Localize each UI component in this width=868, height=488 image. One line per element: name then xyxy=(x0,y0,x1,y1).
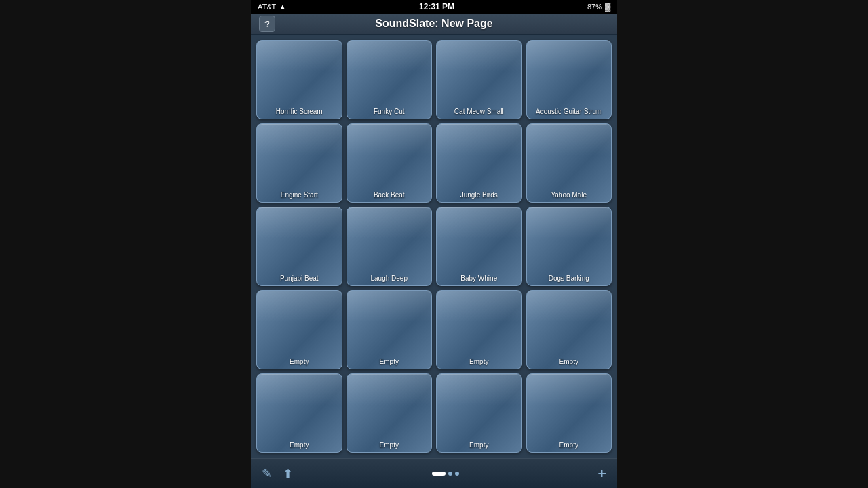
sound-pad-label-16: Empty xyxy=(558,358,580,366)
sound-pad-14[interactable]: Empty xyxy=(347,290,433,369)
sound-pad-label-19: Empty xyxy=(468,441,490,449)
sound-pad-label-17: Empty xyxy=(288,441,310,449)
sound-pad-label-12: Dogs Barking xyxy=(547,274,591,283)
page-dot-3[interactable] xyxy=(455,472,459,476)
sound-pad-5[interactable]: Engine Start xyxy=(256,123,342,203)
sound-pad-13[interactable]: Empty xyxy=(256,290,342,369)
sound-grid: Horrific ScreamFunky CutCat Meow SmallAc… xyxy=(251,35,617,458)
page-indicator xyxy=(432,472,459,476)
sound-pad-9[interactable]: Punjabi Beat xyxy=(256,207,342,286)
sound-pad-label-7: Jungle Birds xyxy=(459,191,499,199)
help-button[interactable]: ? xyxy=(259,16,275,32)
status-bar: AT&T ▲ 12:31 PM 87% ▓ xyxy=(251,0,617,14)
bottom-toolbar: ✎ ⬆ + xyxy=(251,458,617,488)
toolbar-left: ✎ ⬆ xyxy=(262,466,293,481)
page-dot-1[interactable] xyxy=(432,472,446,476)
sound-pad-label-2: Funky Cut xyxy=(372,108,406,116)
sound-pad-label-4: Acoustic Guitar Strum xyxy=(534,108,603,116)
page-title: SoundSlate: New Page xyxy=(375,18,492,30)
status-right: 87% ▓ xyxy=(587,3,610,11)
sound-pad-label-20: Empty xyxy=(558,441,580,449)
status-time: 12:31 PM xyxy=(419,2,454,12)
sound-pad-label-18: Empty xyxy=(378,441,400,449)
sound-pad-3[interactable]: Cat Meow Small xyxy=(436,40,522,119)
battery-label: 87% xyxy=(587,3,602,11)
sound-pad-17[interactable]: Empty xyxy=(256,373,342,453)
sound-pad-15[interactable]: Empty xyxy=(436,290,522,369)
device-frame: AT&T ▲ 12:31 PM 87% ▓ ? SoundSlate: New … xyxy=(251,0,617,488)
sound-pad-20[interactable]: Empty xyxy=(526,373,612,453)
status-left: AT&T ▲ xyxy=(258,3,286,11)
sound-pad-10[interactable]: Laugh Deep xyxy=(347,207,433,286)
share-icon[interactable]: ⬆ xyxy=(283,466,293,481)
sound-pad-2[interactable]: Funky Cut xyxy=(347,40,433,119)
page-dot-2[interactable] xyxy=(448,472,452,476)
sound-pad-label-14: Empty xyxy=(378,358,400,366)
edit-icon[interactable]: ✎ xyxy=(262,466,272,481)
wifi-icon: ▲ xyxy=(279,3,286,11)
battery-icon: ▓ xyxy=(605,3,610,11)
sound-pad-1[interactable]: Horrific Scream xyxy=(256,40,342,119)
sound-pad-11[interactable]: Baby Whine xyxy=(436,207,522,286)
sound-pad-12[interactable]: Dogs Barking xyxy=(526,207,612,286)
sound-pad-label-13: Empty xyxy=(288,358,310,366)
sound-pad-18[interactable]: Empty xyxy=(347,373,433,453)
sound-pad-4[interactable]: Acoustic Guitar Strum xyxy=(526,40,612,119)
sound-pad-6[interactable]: Back Beat xyxy=(347,123,433,203)
header: ? SoundSlate: New Page xyxy=(251,14,617,35)
add-page-button[interactable]: + xyxy=(597,465,606,483)
sound-pad-label-8: Yahoo Male xyxy=(549,191,588,199)
sound-pad-16[interactable]: Empty xyxy=(526,290,612,369)
sound-pad-7[interactable]: Jungle Birds xyxy=(436,123,522,203)
sound-pad-label-15: Empty xyxy=(468,358,490,366)
sound-pad-19[interactable]: Empty xyxy=(436,373,522,453)
sound-pad-label-3: Cat Meow Small xyxy=(453,108,505,116)
app-container: ? SoundSlate: New Page Horrific ScreamFu… xyxy=(251,14,617,488)
sound-pad-label-9: Punjabi Beat xyxy=(279,274,320,283)
carrier-label: AT&T xyxy=(258,3,276,11)
sound-pad-label-5: Engine Start xyxy=(279,191,319,199)
sound-pad-8[interactable]: Yahoo Male xyxy=(526,123,612,203)
sound-pad-label-11: Baby Whine xyxy=(459,274,498,283)
sound-pad-label-10: Laugh Deep xyxy=(370,274,410,283)
sound-pad-label-6: Back Beat xyxy=(372,191,406,199)
sound-pad-label-1: Horrific Scream xyxy=(275,108,324,116)
